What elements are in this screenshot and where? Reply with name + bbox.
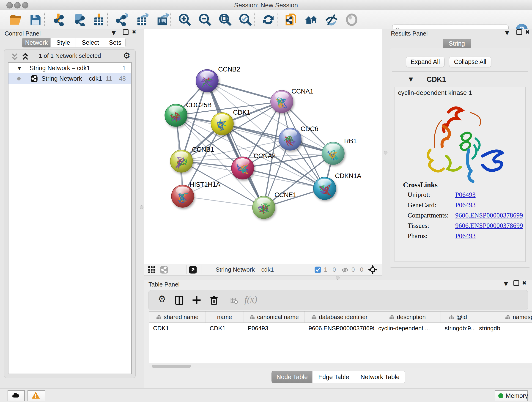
delete-column-icon[interactable] bbox=[209, 295, 219, 305]
selected-checkbox-icon[interactable] bbox=[314, 266, 321, 273]
node-CCNB2[interactable] bbox=[196, 70, 218, 92]
zoom-in-icon[interactable] bbox=[178, 13, 191, 26]
delete-table-icon[interactable] bbox=[230, 297, 238, 305]
refresh-icon[interactable] bbox=[262, 13, 275, 26]
home-icon[interactable] bbox=[305, 13, 318, 26]
gear-icon[interactable]: ⚙ bbox=[158, 294, 167, 303]
cell-shared-name[interactable]: CDK1 bbox=[149, 323, 206, 333]
expand-all-button[interactable]: Expand All bbox=[406, 57, 444, 67]
control-panel-close-icon[interactable]: ✖ bbox=[132, 29, 136, 35]
column-header-description[interactable]: description bbox=[374, 312, 441, 322]
export-network-icon[interactable] bbox=[115, 13, 128, 26]
zoom-out-icon[interactable] bbox=[198, 13, 212, 26]
tab-node-table[interactable]: Node Table bbox=[272, 371, 313, 383]
node-CDC6[interactable] bbox=[279, 128, 301, 150]
memory-button[interactable]: Memory bbox=[495, 390, 528, 401]
show-columns-icon[interactable] bbox=[174, 295, 184, 305]
table-panel-menu-icon[interactable]: ▼ bbox=[504, 281, 508, 287]
import-network-from-database-icon[interactable] bbox=[72, 13, 85, 26]
table-header-row: shared namenamecanonical namedatabase id… bbox=[149, 312, 532, 323]
function-builder-icon[interactable]: f(x) bbox=[244, 294, 257, 305]
presentation-eye-icon[interactable] bbox=[345, 13, 358, 26]
column-header-canonical-name[interactable]: canonical name bbox=[244, 312, 305, 322]
node-CDKN1A[interactable] bbox=[313, 177, 336, 200]
toolbar-separator bbox=[254, 13, 254, 26]
hide-panels-icon[interactable] bbox=[325, 13, 338, 26]
crosslink-value-link[interactable]: 9606.ENSP00000378699 bbox=[455, 222, 523, 230]
node-CCNE1[interactable] bbox=[253, 196, 275, 219]
node-CDC25B[interactable] bbox=[165, 104, 187, 127]
table-panel-close-icon[interactable]: ✖ bbox=[522, 280, 526, 286]
collapse-all-button[interactable]: Collapse All bbox=[449, 57, 491, 67]
network-view-icon[interactable] bbox=[160, 266, 168, 274]
import-table-icon[interactable] bbox=[92, 13, 105, 26]
node-CCNA2[interactable] bbox=[231, 157, 254, 179]
cdk1-section-header[interactable]: ▼ CDK1 bbox=[392, 73, 528, 86]
network-view-toolbar: String Network – cdk1 1 - 0 0 - 0 bbox=[144, 264, 382, 275]
column-header-namespace[interactable]: namespace bbox=[475, 312, 532, 322]
tab-network[interactable]: Network bbox=[22, 38, 51, 47]
cdk1-section: ▼ CDK1 cyclin-dependent kinase 1 bbox=[392, 73, 528, 264]
birds-eye-view-icon[interactable] bbox=[189, 266, 197, 274]
node-RB1[interactable] bbox=[322, 142, 344, 165]
column-header--id[interactable]: @id bbox=[441, 312, 475, 322]
crosslink-value-link[interactable]: P06493 bbox=[455, 191, 476, 198]
node-label-CDKN1A: CDKN1A bbox=[335, 172, 361, 179]
network-tree-row[interactable]: ▼String Network – cdk11 bbox=[8, 63, 131, 73]
cell-name[interactable]: CDK1 bbox=[206, 323, 244, 333]
scrollbar-thumb[interactable] bbox=[152, 365, 191, 368]
column-header-name[interactable]: name bbox=[206, 312, 244, 322]
tab-select[interactable]: Select bbox=[76, 38, 105, 47]
crosslink-value-link[interactable]: 9606.ENSP00000378699 bbox=[455, 211, 523, 219]
crosslink-value-link[interactable]: P06493 bbox=[455, 232, 476, 240]
network-canvas[interactable]: CCNB2CCNA1CDC25BCDK1CDC6RB1CCNB1CCNA2CDK… bbox=[144, 29, 382, 264]
node-CDK1[interactable] bbox=[211, 113, 234, 135]
tab-string[interactable]: String bbox=[443, 39, 471, 48]
cdk1-description: cyclin-dependent kinase 1 bbox=[398, 89, 472, 96]
tree-expander-icon[interactable]: ▼ bbox=[18, 63, 21, 73]
create-column-icon[interactable] bbox=[192, 295, 201, 305]
cell--id[interactable]: stringdb:9... bbox=[441, 323, 475, 333]
cloud-button[interactable] bbox=[7, 390, 25, 401]
column-header-shared-name[interactable]: shared name bbox=[149, 312, 206, 322]
share-session-icon[interactable] bbox=[285, 13, 298, 26]
node-CCNB1[interactable] bbox=[170, 150, 193, 172]
control-panel-float-icon[interactable] bbox=[123, 29, 128, 35]
cell-namespace[interactable]: stringdb bbox=[475, 323, 532, 333]
left-splitter-grip[interactable] bbox=[140, 205, 143, 209]
tab-network-table[interactable]: Network Table bbox=[355, 371, 405, 383]
toolbar-separator bbox=[107, 13, 108, 26]
crosslink-value-link[interactable]: P06493 bbox=[455, 201, 476, 209]
import-network-icon[interactable] bbox=[52, 13, 65, 26]
column-header-database-identifier[interactable]: database identifier bbox=[304, 312, 374, 322]
gear-icon[interactable]: ⚙ bbox=[123, 51, 130, 60]
zoom-selected-icon[interactable] bbox=[239, 13, 252, 26]
bottom-splitter-grip[interactable] bbox=[336, 276, 340, 280]
results-panel-menu-icon[interactable]: ▼ bbox=[505, 30, 509, 36]
horizontal-scrollbar[interactable] bbox=[149, 364, 532, 368]
export-table-icon[interactable] bbox=[135, 13, 148, 26]
right-splitter-grip[interactable] bbox=[384, 151, 387, 154]
warning-button[interactable] bbox=[27, 390, 45, 401]
tab-style[interactable]: Style bbox=[51, 38, 76, 47]
open-session-icon[interactable] bbox=[9, 13, 22, 26]
node-HIST1H1A[interactable] bbox=[171, 185, 194, 207]
tab-edge-table[interactable]: Edge Table bbox=[312, 371, 355, 383]
table-panel-float-icon[interactable] bbox=[513, 280, 519, 286]
cell-database-identifier[interactable]: 9606.ENSP00000378699 bbox=[304, 323, 374, 333]
zoom-fit-icon[interactable] bbox=[219, 13, 232, 26]
control-panel-menu-icon[interactable]: ▼ bbox=[112, 30, 116, 36]
export-image-icon[interactable] bbox=[155, 13, 169, 26]
cell-canonical-name[interactable]: P06493 bbox=[244, 323, 304, 333]
node-CCNA1[interactable] bbox=[271, 90, 293, 113]
save-session-icon[interactable] bbox=[29, 13, 42, 26]
grid-view-icon[interactable] bbox=[147, 266, 156, 274]
network-tree-row[interactable]: String Network – cdk11148 bbox=[8, 73, 131, 84]
cell-description[interactable]: cyclin-dependent ... bbox=[374, 323, 441, 333]
results-panel-close-icon[interactable]: ✖ bbox=[525, 29, 530, 35]
tab-sets[interactable]: Sets bbox=[105, 38, 126, 47]
chevron-down-icon[interactable]: ▼ bbox=[409, 76, 413, 83]
results-panel-float-icon[interactable] bbox=[516, 29, 522, 35]
crosslink-label: GeneCard: bbox=[408, 201, 437, 209]
crosshair-icon[interactable] bbox=[368, 265, 378, 274]
